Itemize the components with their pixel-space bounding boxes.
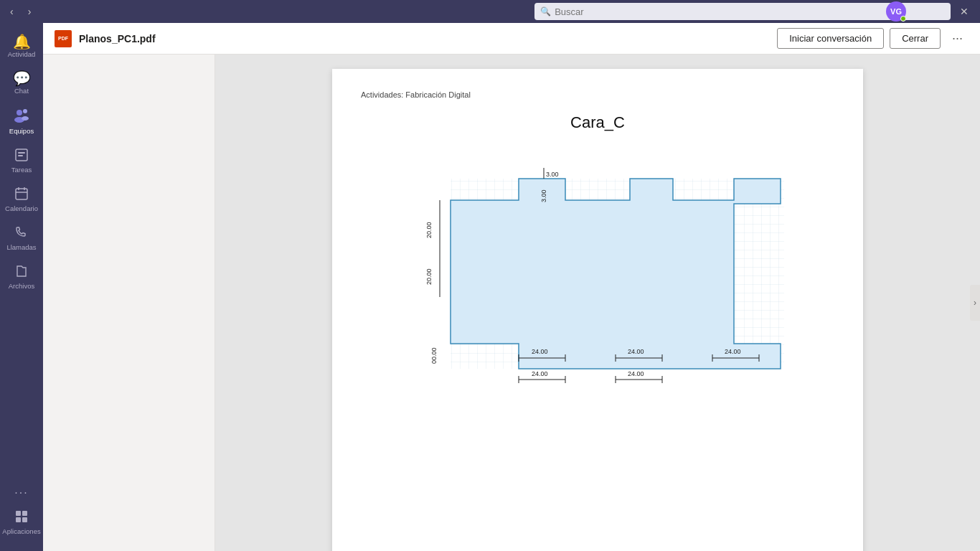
cad-drawing-svg: 3.00 20.00 20.00 00.00 24.00 [382, 146, 813, 419]
svg-point-3 [22, 116, 29, 121]
calls-icon [14, 225, 29, 242]
technical-drawing: 3.00 20.00 20.00 00.00 24.00 [361, 146, 834, 419]
search-icon: 🔍 [540, 6, 551, 17]
more-options-button[interactable]: ··· [946, 28, 969, 49]
dim-24-b1-label: 24.00 [532, 370, 548, 377]
avatar-button[interactable]: VG [886, 1, 906, 22]
dim-24-t1-label: 24.00 [532, 348, 548, 355]
sidebar-item-equipos[interactable]: Equipos [3, 102, 40, 141]
svg-rect-5 [18, 152, 25, 154]
tasks-icon [14, 148, 29, 164]
sidebar-item-actividad[interactable]: 🔔 Actividad [3, 29, 40, 64]
bell-icon: 🔔 [13, 34, 31, 49]
sidebar-bottom: ... Aplicaciones [3, 478, 40, 542]
titlebar: ‹ › 🔍 VG ─ ☐ ✕ [0, 0, 980, 23]
close-window-button[interactable]: ✕ [954, 4, 974, 19]
activity-label: Actividades: Fabricación Digital [361, 90, 834, 99]
dim-3-label: 3.00 [546, 171, 559, 178]
dim-24-t2-label: 24.00 [628, 348, 644, 355]
sidebar-item-llamadas[interactable]: Llamadas [3, 220, 40, 257]
file-header: PDF Planos_PC1.pdf Iniciar conversación … [43, 23, 980, 55]
dim-20-bottom-label: 20.00 [425, 268, 433, 285]
more-dots-icon: ··· [952, 31, 963, 45]
titlebar-left: ‹ › [0, 4, 35, 19]
avatar-initials: VG [890, 7, 902, 16]
svg-point-0 [17, 110, 22, 116]
sidebar-item-chat[interactable]: 💬 Chat [3, 65, 40, 100]
file-header-right: Iniciar conversación Cerrar ··· [777, 28, 969, 49]
sidebar-item-aplicaciones[interactable]: Aplicaciones [3, 504, 40, 541]
main-content: PDF Planos_PC1.pdf Iniciar conversación … [43, 23, 980, 551]
chat-icon: 💬 [13, 71, 31, 85]
avatar-status [900, 16, 906, 22]
file-header-left: PDF Planos_PC1.pdf [55, 30, 156, 47]
svg-rect-6 [18, 155, 23, 156]
svg-rect-11 [16, 511, 21, 516]
filename: Planos_PC1.pdf [79, 33, 156, 44]
svg-rect-12 [22, 511, 27, 516]
right-collapse-button[interactable]: › [970, 285, 980, 321]
dim-20-top-label: 20.00 [425, 222, 433, 238]
pdf-page: Actividades: Fabricación Digital Cara_C [332, 69, 863, 551]
back-button[interactable]: ‹ [6, 4, 18, 19]
pdf-viewer: Actividades: Fabricación Digital Cara_C [43, 55, 980, 551]
dim-24-t3-label: 24.00 [725, 348, 741, 355]
sidebar: 🔔 Actividad 💬 Chat Equipos Tareas [0, 23, 43, 551]
calendar-icon [14, 187, 29, 203]
sidebar-item-archivos[interactable]: Archivos [3, 258, 40, 296]
dim-3-vertical: 3.00 [540, 189, 547, 202]
sidebar-more-button[interactable]: ... [3, 478, 40, 502]
pdf-file-icon: PDF [55, 30, 72, 47]
dim-00-label: 00.00 [430, 347, 438, 364]
pdf-page-area[interactable]: Actividades: Fabricación Digital Cara_C [215, 55, 980, 551]
close-file-button[interactable]: Cerrar [890, 28, 941, 49]
files-icon [14, 264, 29, 281]
svg-rect-7 [16, 189, 27, 199]
forward-button[interactable]: › [24, 4, 36, 19]
sidebar-item-calendario[interactable]: Calendario [3, 181, 40, 218]
dim-24-b2-label: 24.00 [628, 370, 644, 377]
sidebar-item-tareas[interactable]: Tareas [3, 142, 40, 179]
svg-marker-28 [451, 179, 781, 369]
more-icon: ... [14, 484, 28, 496]
drawing-title: Cara_C [361, 113, 834, 132]
teams-icon [14, 108, 29, 126]
pdf-thumbnails-panel [43, 55, 215, 551]
apps-icon [14, 509, 29, 526]
start-conversation-button[interactable]: Iniciar conversación [777, 28, 884, 49]
svg-point-1 [23, 109, 27, 113]
svg-rect-14 [22, 517, 27, 522]
svg-rect-13 [16, 517, 21, 522]
